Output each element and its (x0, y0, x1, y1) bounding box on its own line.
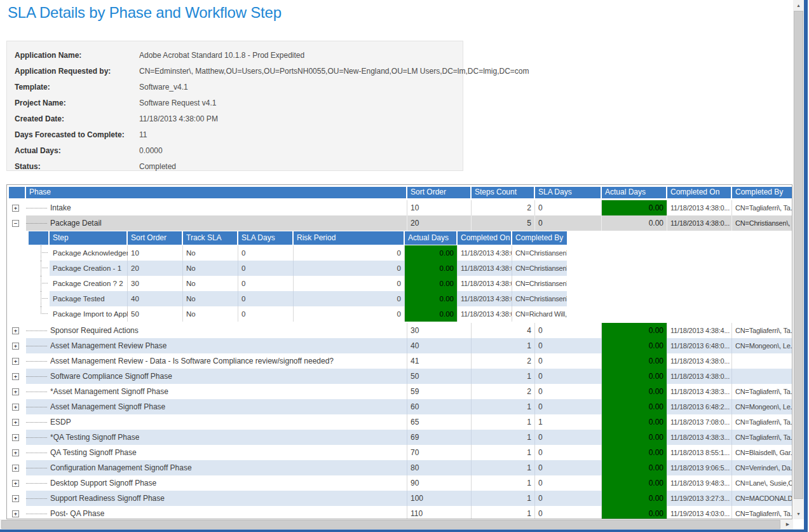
table-horizontal-scrollbar[interactable]: ▶ (0, 519, 793, 529)
expand-icon[interactable]: + (12, 465, 19, 472)
page-vertical-scrollbar[interactable]: ▲ ▼ (793, 0, 804, 519)
expand-icon[interactable]: + (12, 449, 19, 456)
sla-days-cell: 0 (535, 338, 602, 353)
sort-order-cell: 40 (407, 338, 472, 353)
info-field-value: 0.0000 (139, 146, 163, 155)
completed-on-cell: 11/18/2013 6:48:2... (667, 399, 732, 414)
actual-days-cell: 0.00 (602, 399, 667, 414)
steps-count-cell: 1 (472, 475, 535, 491)
info-field: Days Forecasted to Complete:11 (15, 126, 463, 142)
phase-row[interactable]: +Post- QA Phase110100.0011/19/2013 4:03:… (9, 506, 792, 519)
step-row[interactable]: Package Import to AppManager50No000.0011… (29, 306, 792, 322)
sla-days-cell: 0 (535, 369, 602, 384)
expand-icon[interactable]: + (12, 388, 19, 395)
tree-line-icon (26, 361, 47, 362)
phase-name: Support Readiness Signoff Phase (50, 491, 165, 506)
step-sla-days-cell: 0 (238, 306, 294, 322)
completed-on-cell: 11/19/2013 4:03:0... (667, 506, 732, 519)
sla-days-cell: 0 (535, 491, 602, 506)
sort-order-cell: 50 (407, 369, 472, 384)
expander-cell: + (9, 491, 26, 506)
phase-row[interactable]: +Asset Management Review - Data - Is Sof… (9, 353, 792, 369)
info-field-label: Application Requested by: (15, 67, 139, 76)
completed-by-cell: CN=Tagliaferri\, Ta... (732, 414, 792, 430)
steps-count-cell: 4 (472, 323, 535, 338)
risk-period-cell: 0 (294, 276, 405, 291)
phase-table-header-row: PhaseSort OrderSteps CountSLA DaysActual… (9, 187, 792, 198)
step-row[interactable]: Package Creation ? 230No000.0011/18/2013… (29, 276, 792, 291)
step-name-cell: Package Creation - 1 (50, 261, 128, 276)
info-field: Created Date:11/18/2013 4:38:00 PM (15, 111, 463, 126)
phase-row[interactable]: +ESDP65110.0011/18/2013 7:08:0...CN=Tagl… (9, 414, 792, 430)
step-name-cell: Package Acknowledgement (50, 245, 128, 261)
phase-row[interactable]: +Software Compliance Signoff Phase50100.… (9, 369, 792, 384)
step-name-cell: Package Import to AppManager (50, 306, 128, 322)
risk-period-cell: 0 (294, 245, 405, 261)
sla-days-cell: 0 (535, 399, 602, 414)
sla-days-cell: 1 (535, 414, 602, 430)
info-field-value: 11 (139, 130, 147, 139)
phase-row[interactable]: +Intake10200.0011/18/2013 4:38:0...CN=Ta… (9, 200, 792, 215)
step-name-cell: Package Creation ? 2 (50, 276, 128, 291)
column-header-sla-days: SLA Days (535, 187, 602, 198)
phase-row[interactable]: +Sponsor Required Actions30400.0011/18/2… (9, 323, 792, 338)
step-sort-order-cell: 20 (128, 261, 183, 276)
phase-row[interactable]: +Configuration Management Signoff Phase8… (9, 460, 792, 475)
step-completed-by-cell: CN=Christiansen\, ... (512, 291, 567, 306)
expand-icon[interactable]: + (12, 358, 19, 365)
tree-connector-icon (29, 306, 50, 322)
step-row[interactable]: Package Creation - 120No000.0011/18/2013… (29, 261, 792, 276)
info-field-label: Template: (15, 83, 139, 92)
completed-on-cell: 11/18/2013 4:38:4... (667, 323, 732, 338)
horizontal-scroll-thumb[interactable] (1, 520, 780, 529)
steps-count-cell: 1 (472, 430, 535, 445)
expand-icon[interactable]: + (12, 480, 19, 487)
expand-icon[interactable]: + (12, 419, 19, 426)
expand-icon[interactable]: + (12, 495, 19, 502)
track-sla-cell: No (183, 276, 238, 291)
track-sla-cell: No (183, 261, 238, 276)
phase-cell: *QA Testing Signoff Phase (26, 430, 407, 445)
expand-icon[interactable]: + (12, 205, 19, 212)
expand-icon[interactable]: + (12, 434, 19, 441)
step-completed-on-cell: 11/18/2013 4:38:0... (458, 306, 512, 322)
step-row[interactable]: Package Acknowledgement10No000.0011/18/2… (29, 245, 792, 261)
expand-icon[interactable]: + (12, 343, 19, 350)
scroll-down-icon[interactable]: ▼ (793, 508, 804, 519)
tree-cell (29, 291, 50, 306)
completed-on-cell: 11/19/2013 3:27:3... (667, 491, 732, 506)
step-actual-days-cell: 0.00 (405, 291, 458, 306)
info-field: Application Name:Adobe Acrobat Standard … (15, 47, 463, 63)
expander-cell: + (9, 414, 26, 430)
phase-row[interactable]: +Support Readiness Signoff Phase100100.0… (9, 491, 792, 506)
tree-cell (29, 306, 50, 322)
expander-cell: + (9, 475, 26, 491)
sla-days-cell: 0 (535, 353, 602, 369)
scroll-up-icon[interactable]: ▲ (793, 0, 804, 11)
completed-on-cell: 11/18/2013 4:38:0... (667, 353, 732, 369)
phase-row[interactable]: +Asset Management Signoff Phase60100.001… (9, 399, 792, 414)
vertical-scroll-thumb[interactable] (794, 11, 803, 499)
info-field-value: Software_v4.1 (139, 83, 188, 92)
step-row[interactable]: Package Tested40No000.0011/18/2013 4:38:… (29, 291, 792, 306)
expand-icon[interactable]: + (12, 404, 19, 411)
phase-row[interactable]: +*Asset Management Signoff Phase59200.00… (9, 384, 792, 399)
phase-row[interactable]: +Asset Management Review Phase40100.0011… (9, 338, 792, 353)
actual-days-cell: 0.00 (602, 323, 667, 338)
phase-row[interactable]: −Package Detail20500.0011/18/2013 4:38:0… (9, 215, 792, 231)
phase-row[interactable]: +Desktop Support Signoff Phase90100.0011… (9, 475, 792, 491)
scroll-right-icon[interactable]: ▶ (782, 519, 793, 530)
phase-row[interactable]: +QA Testing Signoff Phase70100.0011/18/2… (9, 445, 792, 460)
info-field: Project Name:Software Request v4.1 (15, 95, 463, 111)
actual-days-cell: 0.00 (602, 506, 667, 519)
collapse-icon[interactable]: − (12, 220, 19, 227)
column-header-sla-days: SLA Days (238, 231, 294, 245)
expand-icon[interactable]: + (12, 373, 19, 380)
phase-name: Software Compliance Signoff Phase (50, 369, 172, 384)
actual-days-cell: 0.00 (602, 460, 667, 475)
steps-count-cell: 1 (472, 414, 535, 430)
phase-row[interactable]: +*QA Testing Signoff Phase69100.0011/18/… (9, 430, 792, 445)
expand-icon[interactable]: + (12, 510, 19, 517)
expand-icon[interactable]: + (12, 327, 19, 334)
tree-line-icon (26, 468, 47, 468)
